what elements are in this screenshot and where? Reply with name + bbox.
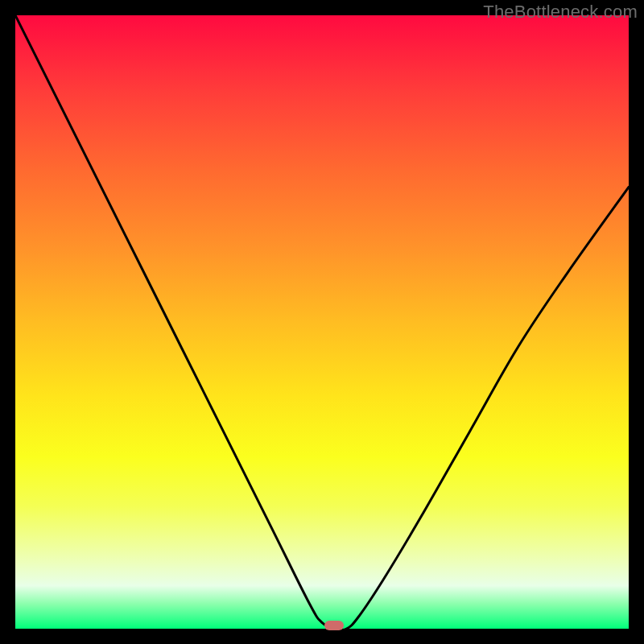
optimal-marker [324, 621, 344, 630]
curve-path [15, 15, 629, 629]
bottleneck-curve [15, 15, 629, 629]
chart-plot-area [15, 15, 629, 629]
watermark-text: TheBottleneck.com [483, 2, 638, 23]
